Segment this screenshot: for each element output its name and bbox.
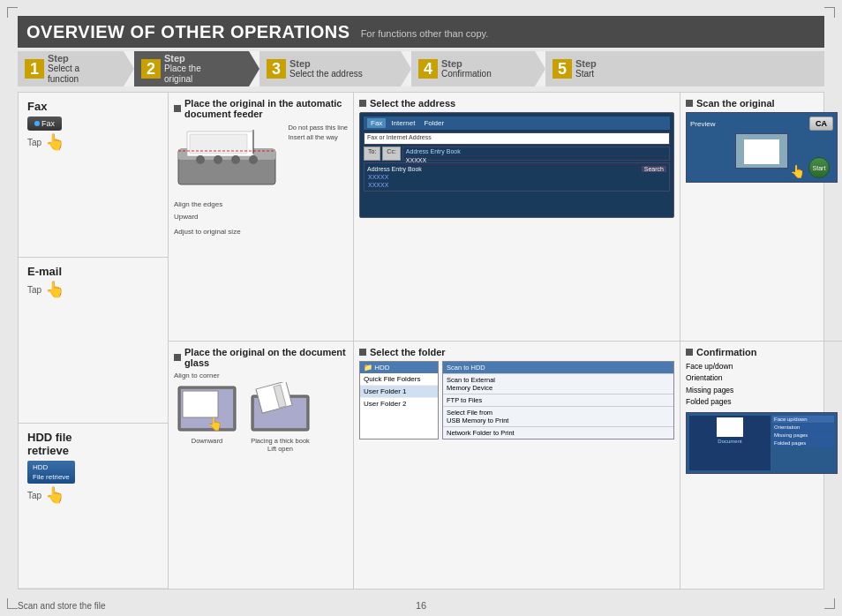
- folder-menu-item-network[interactable]: Network Folder to Print: [443, 427, 673, 439]
- confirm-r3: Missing pages: [772, 432, 834, 439]
- confirmation-header: Confirmation: [686, 347, 838, 357]
- address-button-row: To: Cc: Address Entry Book XXXXX: [364, 146, 670, 161]
- scan-confirm-column: Scan the original Preview CA Start: [680, 93, 842, 589]
- addr-tab-folder[interactable]: Folder: [420, 118, 447, 128]
- address-input[interactable]: Fax or Internet Address: [364, 132, 670, 145]
- glass-diagrams: 👆 Downward Placing a thick book Lift ope…: [174, 382, 348, 453]
- step-arrow-4: [535, 51, 545, 86]
- scan-start-row: Start: [808, 157, 830, 178]
- email-title: E-mail: [27, 265, 159, 278]
- address-section: Select the address Fax Internet Folder F…: [354, 93, 680, 342]
- step-3[interactable]: 3 Step Select the address: [259, 51, 401, 86]
- addr-tab-fax[interactable]: Fax: [367, 118, 386, 128]
- email-tap-label: Tap: [27, 285, 41, 295]
- scan-ca-btn[interactable]: CA: [809, 116, 833, 131]
- glass-bullet: [174, 354, 181, 361]
- confirm-right: Face up/down Orientation Missing pages F…: [772, 416, 834, 470]
- address-screen: Fax Internet Folder Fax or Internet Addr…: [359, 112, 674, 218]
- scan-start-btn[interactable]: Start: [808, 157, 830, 178]
- fax-button-label: Fax: [41, 119, 55, 128]
- main-content: Fax Fax Tap 👆 E-mail Tap 👆 HDD fileretri…: [18, 92, 824, 590]
- svg-text:👆: 👆: [207, 417, 223, 432]
- bullet-icon: [174, 105, 181, 112]
- feeder-notes: Align the edges Upward Adjust to origina…: [174, 199, 348, 238]
- addr-tab-internet[interactable]: Internet: [387, 118, 418, 128]
- confirm-left: Document: [689, 416, 771, 470]
- fax-button[interactable]: Fax: [27, 116, 62, 131]
- step-3-word: Step: [289, 58, 363, 69]
- hdd-hand-icon: 👆: [45, 487, 64, 503]
- folder-quick[interactable]: Quick File Folders: [360, 373, 438, 386]
- addr-book-item-1[interactable]: Address Entry Book: [403, 147, 669, 156]
- email-section: E-mail Tap 👆: [19, 258, 168, 423]
- email-hand-icon: 👆: [45, 282, 64, 297]
- folder-menu-item-usb[interactable]: Select File fromUSB Memory to Print: [443, 407, 673, 427]
- addr-book-item-2[interactable]: XXXXX: [403, 156, 669, 165]
- glass-book-svg: [247, 382, 313, 435]
- step-5-word: Step: [575, 58, 597, 69]
- hdd-tap-row: Tap 👆: [27, 487, 159, 503]
- page-subtitle: For functions other than copy.: [361, 28, 489, 39]
- addr-cc-btn[interactable]: Cc:: [382, 146, 401, 161]
- step-5-label: Start: [575, 69, 597, 79]
- hdd-title: HDD fileretrieve: [27, 431, 159, 457]
- step-2[interactable]: 2 Step Place theoriginal: [134, 51, 249, 86]
- auto-feeder-header: Place the original in the automaticdocum…: [174, 98, 348, 119]
- address-tabs: Fax Internet Folder: [364, 116, 670, 130]
- feeder-svg: [174, 123, 280, 193]
- corner-tl: [7, 7, 18, 18]
- steps-bar: 1 Step Select afunction 2 Step Place the…: [18, 51, 824, 86]
- glass-lift-label: Lift open: [247, 445, 313, 453]
- confirm-screen: Document Face up/down Orientation Missin…: [686, 412, 838, 474]
- bottom-bar: Scan and store the file: [18, 601, 106, 611]
- folder-hdd[interactable]: 📁 HDD: [360, 362, 438, 373]
- glass-normal-diagram: 👆 Downward: [174, 382, 240, 453]
- step-5[interactable]: 5 Step Start: [545, 51, 824, 86]
- folder-menu: Scan to HDD Scan to ExternalMemory Devic…: [442, 361, 674, 439]
- step-5-number: 5: [553, 59, 572, 79]
- step-arrow-2: [249, 51, 259, 86]
- confirm-bullet: [686, 349, 693, 356]
- confirm-item-4: Folded pages: [686, 396, 838, 409]
- note-adjust-size: Adjust to original size: [174, 226, 348, 238]
- glass-book-label: Placing a thick book: [247, 437, 313, 445]
- step-3-label: Select the address: [289, 69, 363, 79]
- svg-point-7: [214, 155, 222, 164]
- hdd-button[interactable]: HDDFile retrieve: [27, 461, 75, 484]
- addr-list-item-1[interactable]: XXXXX: [366, 173, 667, 181]
- folder-menu-item-ext[interactable]: Scan to ExternalMemory Device: [443, 374, 673, 394]
- svg-point-6: [196, 155, 205, 164]
- folder-header: Select the folder: [359, 347, 674, 357]
- header: OVERVIEW OF OTHER OPERATIONS For functio…: [18, 16, 824, 48]
- addr-search-row: Address Entry Book Search: [366, 165, 667, 173]
- glass-section: Place the original on the document glass…: [169, 342, 353, 590]
- place-original-panel: Place the original in the automaticdocum…: [169, 93, 354, 589]
- step-2-label: Place theoriginal: [164, 64, 201, 85]
- folder-user1[interactable]: User Folder 1: [360, 386, 438, 398]
- addr-list-item-2[interactable]: XXXXX: [366, 181, 667, 189]
- step-1[interactable]: 1 Step Select afunction: [18, 51, 124, 86]
- scan-bullet: [686, 100, 693, 107]
- right-outer: Select the address Fax Internet Folder F…: [354, 93, 842, 589]
- addr-search-btn[interactable]: Search: [642, 166, 666, 172]
- step-1-number: 1: [25, 59, 44, 79]
- fax-tap-row: Tap 👆: [27, 134, 159, 150]
- scan-header: Scan the original: [686, 98, 838, 109]
- folder-bullet: [359, 349, 366, 356]
- step-arrow-3: [401, 51, 411, 86]
- note-upward: Upward: [174, 211, 348, 223]
- confirmation-items: Face up/down Orientation Missing pages F…: [686, 361, 838, 409]
- confirmation-title: Confirmation: [696, 347, 756, 357]
- step-2-number: 2: [141, 59, 161, 79]
- folder-user2[interactable]: User Folder 2: [360, 398, 438, 409]
- folder-menu-item-hdd[interactable]: Scan to HDD: [443, 362, 673, 374]
- step-4[interactable]: 4 Step Confirmation: [411, 51, 535, 86]
- folder-menu-item-ftp[interactable]: FTP to Files: [443, 394, 673, 407]
- corner-tr: [824, 7, 835, 18]
- glass-book-diagram: Placing a thick book Lift open: [247, 382, 313, 453]
- addr-to-btn[interactable]: To:: [364, 146, 380, 161]
- scan-hand: 👆: [790, 164, 805, 178]
- fax-title: Fax: [27, 100, 159, 113]
- step-1-word: Step: [48, 53, 79, 64]
- address-book-area: Address Entry Book XXXXX: [402, 146, 670, 161]
